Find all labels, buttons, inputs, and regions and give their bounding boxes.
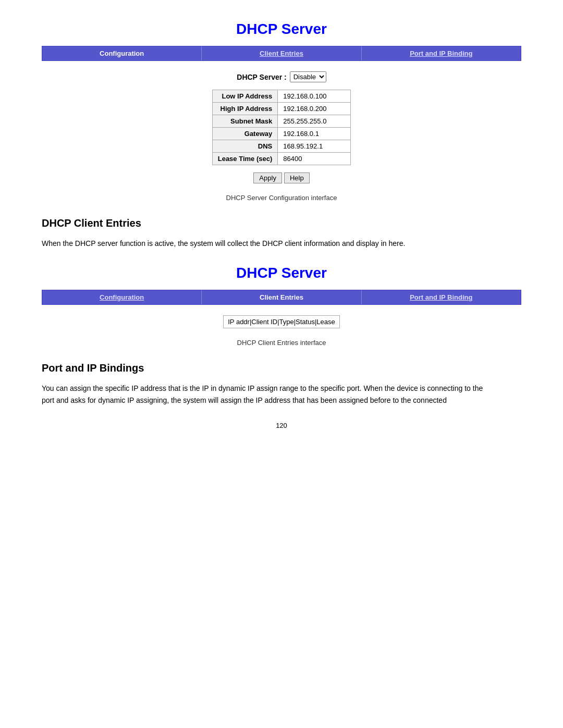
field-value: 168.95.192.1 <box>278 140 351 153</box>
table-row: DNS168.95.192.1 <box>212 140 351 153</box>
help-button[interactable]: Help <box>284 172 310 183</box>
field-label: High IP Address <box>212 103 278 115</box>
nav-item-client-entries-1[interactable]: Client Entries <box>202 46 361 60</box>
section2-heading: Port and IP Bindings <box>42 362 521 374</box>
field-label: Low IP Address <box>212 90 278 103</box>
table-row: Low IP Address192.168.0.100 <box>212 90 351 103</box>
table-row: High IP Address192.168.0.200 <box>212 103 351 115</box>
table-row: Lease Time (sec)86400 <box>212 153 351 165</box>
config-form: DHCP Server : Disable Enable Low IP Addr… <box>42 71 521 189</box>
field-value: 192.168.0.100 <box>278 90 351 103</box>
section2-body: You can assign the specific IP address t… <box>42 382 490 406</box>
page-title-1: DHCP Server <box>42 21 521 38</box>
page-number: 120 <box>42 422 521 429</box>
port-ip-bindings-section: Port and IP Bindings You can assign the … <box>42 362 521 406</box>
field-value: 255.255.255.0 <box>278 115 351 128</box>
table-row: Subnet Mask255.255.255.0 <box>212 115 351 128</box>
dhcp-server-row: DHCP Server : Disable Enable <box>237 71 326 82</box>
table-row: Gateway192.168.0.1 <box>212 128 351 140</box>
nav-item-configuration-2[interactable]: Configuration <box>42 290 202 304</box>
field-label: Subnet Mask <box>212 115 278 128</box>
field-label: Lease Time (sec) <box>212 153 278 165</box>
client-entries-caption: DHCP Client Entries interface <box>42 339 521 347</box>
nav-bar-1: Configuration Client Entries Port and IP… <box>42 46 521 61</box>
form-caption: DHCP Server Configuration interface <box>42 194 521 202</box>
config-table: Low IP Address192.168.0.100High IP Addre… <box>212 90 351 165</box>
field-label: Gateway <box>212 128 278 140</box>
nav-item-client-entries-2[interactable]: Client Entries <box>202 290 361 304</box>
nav-item-port-ip-binding-1[interactable]: Port and IP Binding <box>362 46 521 60</box>
apply-button[interactable]: Apply <box>253 172 282 183</box>
dhcp-server-label: DHCP Server : <box>237 73 286 81</box>
field-value: 192.168.0.200 <box>278 103 351 115</box>
field-label: DNS <box>212 140 278 153</box>
dhcp-client-entries-section: DHCP Client Entries When the DHCP server… <box>42 217 521 249</box>
field-value: 192.168.0.1 <box>278 128 351 140</box>
nav-item-port-ip-binding-2[interactable]: Port and IP Binding <box>362 290 521 304</box>
nav-bar-2: Configuration Client Entries Port and IP… <box>42 290 521 305</box>
button-row: Apply Help <box>253 172 309 183</box>
section1-heading: DHCP Client Entries <box>42 217 521 229</box>
nav-item-configuration-1[interactable]: Configuration <box>42 46 202 60</box>
client-entries-table-header: IP addr|Client ID|Type|Status|Lease <box>223 315 340 328</box>
dhcp-server-select[interactable]: Disable Enable <box>290 71 326 82</box>
section1-body: When the DHCP server function is active,… <box>42 238 490 249</box>
page-title-2: DHCP Server <box>42 265 521 281</box>
field-value: 86400 <box>278 153 351 165</box>
